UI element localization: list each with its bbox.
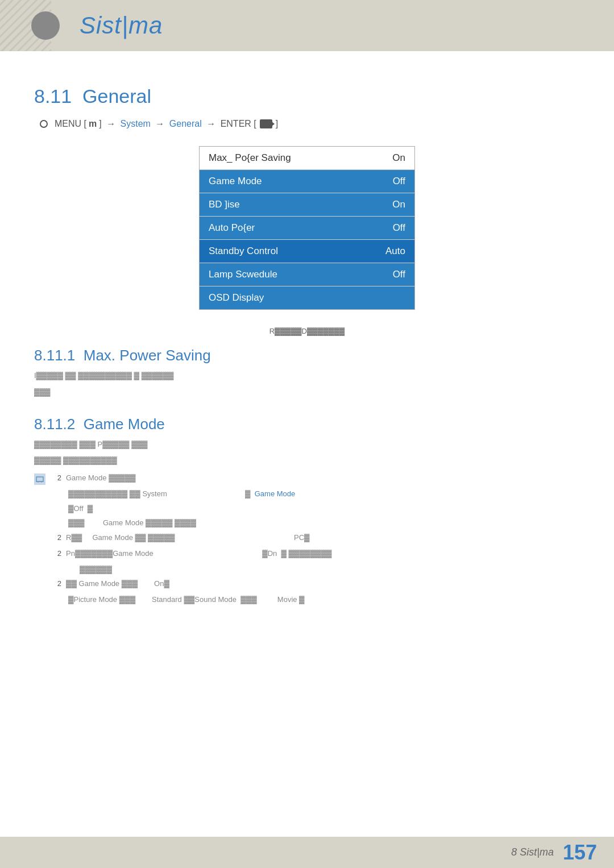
menu-label-auto-power: Auto Po{er (209, 222, 255, 234)
gm-num-3: 2 (50, 578, 61, 589)
circle-icon (31, 11, 60, 40)
gm-text-1: R▓▓ Game Mode ▓▓ ▓▓▓▓▓ PC▓ (66, 532, 580, 543)
menu-row-osd: OSD Display (200, 286, 414, 309)
nav-arrow1: → (104, 119, 118, 129)
gm-text-sub1: ▓▓▓▓▓▓▓▓▓▓▓ ▓▓ System ▓ Game Mode (68, 488, 580, 500)
nav-path: MENU [ m ] → System → General → ENTER [ … (40, 119, 580, 129)
nav-bullet (40, 120, 48, 128)
nav-general: General (169, 119, 202, 129)
nav-enter-close: ] (276, 119, 278, 129)
sub-heading-max-power: 8.11.1 Max. Power Saving (34, 347, 580, 364)
enter-icon (260, 119, 272, 128)
menu-row-max-power: Max_ Po{er Saving On (200, 147, 414, 170)
menu-row-auto-power: Auto Po{er Off (200, 217, 414, 240)
gm-icon-0 (34, 474, 45, 485)
gm-text-sub2: ▓Off ▓ (68, 503, 580, 514)
menu-value-lamp: Off (393, 269, 405, 280)
footer: 8 Sist|ma 157 (0, 837, 614, 868)
sub-heading-game-mode: 8.11.2 Game Mode (34, 416, 580, 433)
menu-row-game-mode: Game Mode Off (200, 170, 414, 193)
standby-note: R▓▓▓▓▓D▓▓▓▓▓▓▓ (34, 327, 580, 335)
menu-row-lamp: Lamp Scwedule Off (200, 263, 414, 286)
game-mode-intro1: ▓▓▓▓▓▓▓▓ ▓▓▓ P▓▓▓▓▓ ▓▓▓ (34, 439, 580, 451)
gm-text-sub4: ▓▓▓▓▓▓ (80, 564, 580, 575)
gm-text-sub3: ▓▓▓ Game Mode ▓▓▓▓▓ ▓▓▓▓ (68, 517, 580, 529)
nav-system: System (121, 119, 151, 129)
gm-num-1: 2 (50, 532, 61, 543)
menu-label-standby: Standby Control (209, 246, 278, 257)
page-title: Sist|ma (80, 12, 163, 39)
menu-label-bd-wise: BD ]ise (209, 199, 240, 210)
menu-value-max-power: On (392, 152, 405, 164)
game-mode-content: 2 Game Mode ▓▓▓▓▓ ▓▓▓▓▓▓▓▓▓▓▓ ▓▓ System … (34, 472, 580, 605)
gm-row-3: 2 ▓▓ Game Mode ▓▓▓ On▓ (34, 578, 580, 591)
gm-row-sub2: ▓Off ▓ (34, 503, 580, 514)
main-content: 8.11 General MENU [ m ] → System → Gener… (0, 51, 614, 654)
gm-row-sub3: ▓▓▓ Game Mode ▓▓▓▓▓ ▓▓▓▓ (34, 517, 580, 529)
gm-text-2: Pn▓▓▓▓▓▓▓Game Mode ▓Dn ▓ ▓▓▓▓▓▓▓▓ (66, 548, 580, 559)
menu-label-lamp: Lamp Scwedule (209, 269, 277, 280)
section-heading: 8.11 General (34, 85, 580, 107)
footer-section: 8 Sist|ma (511, 846, 554, 858)
gm-row-1: 2 R▓▓ Game Mode ▓▓ ▓▓▓▓▓ PC▓ (34, 532, 580, 545)
gm-row-sub5: ▓Picture Mode ▓▓▓ Standard ▓▓Sound Mode … (34, 594, 580, 605)
max-power-body1: I▓▓▓▓▓ ▓▓ ▓▓▓▓▓▓▓▓▓▓ ▓ ▓▓▓▓▓▓ (34, 370, 580, 382)
footer-page-number: 157 (563, 841, 597, 865)
menu-value-bd-wise: On (392, 199, 405, 210)
menu-value-standby: Auto (385, 246, 405, 257)
nav-arrow3: → (204, 119, 218, 129)
gm-text-sub5: ▓Picture Mode ▓▓▓ Standard ▓▓Sound Mode … (68, 594, 580, 605)
menu-value-auto-power: Off (393, 222, 405, 234)
gm-num-2: 2 (50, 548, 61, 559)
gm-num-0: 2 (50, 472, 61, 484)
nav-menu: MENU [ (55, 119, 86, 129)
gm-text-0: Game Mode ▓▓▓▓▓ (66, 472, 580, 484)
gm-row-sub4: ▓▓▓▓▓▓ (34, 564, 580, 575)
gm-row-2: 2 Pn▓▓▓▓▓▓▓Game Mode ▓Dn ▓ ▓▓▓▓▓▓▓▓ (34, 548, 580, 560)
svg-rect-0 (36, 477, 43, 481)
menu-label-max-power: Max_ Po{er Saving (209, 152, 291, 164)
gm-row-sub1: ▓▓▓▓▓▓▓▓▓▓▓ ▓▓ System ▓ Game Mode (34, 488, 580, 500)
menu-panel: Max_ Po{er Saving On Game Mode Off BD ]i… (199, 146, 415, 310)
menu-value-game-mode: Off (393, 176, 405, 187)
max-power-body2: ▓▓▓ (34, 387, 580, 398)
top-bar: Sist|ma (0, 0, 614, 51)
game-mode-intro2: ▓▓▓▓▓ ▓▓▓▓▓▓▓▓▓▓ (34, 455, 580, 467)
gm-row-0: 2 Game Mode ▓▓▓▓▓ (34, 472, 580, 485)
nav-bracket-close: ] (99, 119, 101, 129)
menu-label-game-mode: Game Mode (209, 176, 262, 187)
menu-label-osd: OSD Display (209, 292, 264, 304)
menu-row-bd-wise: BD ]ise On (200, 193, 414, 217)
nav-arrow2: → (153, 119, 167, 129)
nav-m: m (89, 119, 97, 129)
nav-enter: ENTER [ (221, 119, 256, 129)
menu-row-standby: Standby Control Auto (200, 240, 414, 263)
gm-text-3: ▓▓ Game Mode ▓▓▓ On▓ (66, 578, 580, 589)
